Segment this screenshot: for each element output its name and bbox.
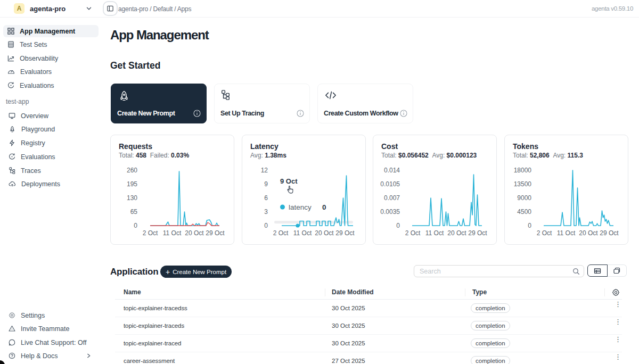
svg-text:29 Oct: 29 Oct	[468, 229, 487, 237]
svg-text:0: 0	[134, 222, 137, 229]
svg-text:9: 9	[264, 180, 268, 188]
svg-text:20 Oct: 20 Oct	[579, 229, 598, 237]
svg-text:4500: 4500	[517, 208, 531, 216]
svg-text:11 Oct: 11 Oct	[557, 229, 576, 237]
svg-text:6: 6	[264, 194, 268, 202]
svg-text:65: 65	[130, 208, 138, 216]
svg-text:2 Oct: 2 Oct	[405, 229, 421, 237]
svg-text:2 Oct: 2 Oct	[143, 229, 158, 237]
svg-text:20 Oct: 20 Oct	[315, 229, 334, 237]
svg-text:0: 0	[528, 222, 531, 229]
svg-text:0: 0	[322, 203, 326, 211]
svg-text:9000: 9000	[517, 194, 531, 202]
svg-text:20 Oct: 20 Oct	[185, 229, 204, 237]
svg-text:0: 0	[396, 222, 400, 229]
svg-text:11 Oct: 11 Oct	[425, 229, 444, 237]
svg-text:12: 12	[261, 167, 268, 174]
svg-text:13500: 13500	[514, 180, 532, 188]
svg-text:0.0105: 0.0105	[380, 180, 400, 188]
svg-text:11 Oct: 11 Oct	[163, 229, 182, 237]
svg-text:9 Oct: 9 Oct	[280, 177, 298, 185]
svg-text:0.014: 0.014	[384, 167, 400, 174]
svg-text:2 Oct: 2 Oct	[273, 229, 289, 237]
svg-text:0.0035: 0.0035	[380, 208, 400, 216]
svg-text:2 Oct: 2 Oct	[537, 229, 552, 237]
svg-text:latency: latency	[289, 203, 312, 211]
svg-text:0: 0	[264, 222, 268, 229]
svg-text:11 Oct: 11 Oct	[293, 229, 312, 237]
svg-text:130: 130	[127, 194, 137, 202]
svg-text:20 Oct: 20 Oct	[447, 229, 466, 237]
svg-text:195: 195	[127, 180, 137, 188]
svg-text:3: 3	[264, 208, 268, 216]
svg-text:29 Oct: 29 Oct	[206, 229, 225, 237]
svg-text:18000: 18000	[514, 167, 532, 174]
svg-text:29 Oct: 29 Oct	[600, 229, 619, 237]
svg-text:260: 260	[127, 167, 137, 174]
svg-text:0.007: 0.007	[384, 194, 400, 202]
svg-text:29 Oct: 29 Oct	[335, 229, 355, 237]
